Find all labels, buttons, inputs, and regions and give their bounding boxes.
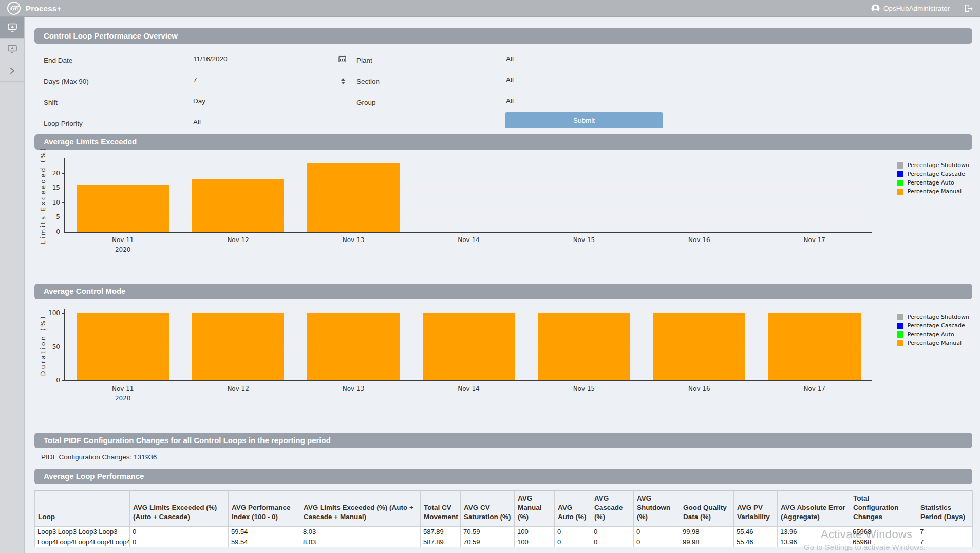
y-tick-label: 50 <box>45 343 60 351</box>
value-cell: 8.03 <box>300 526 421 537</box>
user-menu[interactable]: OpsHubAdministrator <box>871 4 973 13</box>
loop-priority-value: All <box>193 118 201 126</box>
bar-slot: Nov 15 <box>526 158 642 232</box>
y-tick-mark <box>62 347 65 347</box>
sidebar-item-reports[interactable] <box>0 39 24 60</box>
y-tick-mark <box>62 202 65 203</box>
value-cell: 100 <box>515 537 555 547</box>
y-tick-label: 0 <box>45 228 60 235</box>
shift-value: Day <box>193 97 205 105</box>
column-header: AVG Manual (%) <box>515 491 555 527</box>
value-cell: 587.89 <box>421 537 461 547</box>
column-header: Total CV Movement <box>421 491 461 527</box>
bar-slot: Nov 13 <box>296 309 411 380</box>
bars-area: Nov 112020Nov 12Nov 13Nov 14Nov 15Nov 16… <box>65 309 872 380</box>
plot-area: 05101520Nov 112020Nov 12Nov 13Nov 14Nov … <box>64 158 872 233</box>
bar-slot: Nov 14 <box>411 309 526 380</box>
bar-percentage-manual <box>192 313 285 380</box>
column-header: Total Configuration Changes <box>850 491 917 527</box>
days-input[interactable]: 7 <box>192 76 347 86</box>
value-cell: 55.46 <box>734 537 778 547</box>
value-cell: 0 <box>591 537 634 547</box>
legend-label: Percentage Cascade <box>908 171 965 177</box>
app-title: Process+ <box>26 4 62 13</box>
bar-slot: Nov 15 <box>526 309 642 380</box>
legend-swatch <box>897 331 903 338</box>
x-tick-label: Nov 17 <box>757 235 872 245</box>
days-stepper[interactable] <box>341 78 345 84</box>
filter-form: End Date 11/16/2020 <box>34 44 972 132</box>
y-tick-label: 5 <box>45 213 60 220</box>
value-cell: 0 <box>591 526 634 537</box>
y-tick-mark <box>62 173 65 174</box>
y-tick-mark <box>62 217 65 217</box>
legend-entry: Percentage Cascade <box>897 171 969 177</box>
end-date-value: 11/16/2020 <box>193 55 228 63</box>
sidebar-expand-toggle[interactable] <box>0 60 24 82</box>
end-date-input[interactable]: 11/16/2020 <box>192 55 347 65</box>
shift-label: Shift <box>44 99 192 107</box>
table-header-row: LoopAVG Limits Exceeded (%) (Auto + Casc… <box>35 491 973 527</box>
loop-priority-input[interactable]: All <box>192 118 347 128</box>
value-cell: 65968 <box>850 537 917 547</box>
logout-button[interactable] <box>964 4 973 12</box>
x-tick-label: Nov 12 <box>180 384 295 394</box>
limits-exceeded-section-header: Average Limits Exceeded <box>34 134 972 150</box>
value-cell: 99.98 <box>680 526 734 537</box>
top-bar: GE Process+ OpsHubAdministrator <box>0 0 980 17</box>
section-input[interactable]: All <box>505 76 660 86</box>
column-header: Statistics Period (Days) <box>917 491 973 527</box>
column-header: Loop <box>35 491 130 527</box>
value-cell: 587.89 <box>421 526 461 537</box>
bar-slot: Nov 16 <box>642 309 757 380</box>
chart-legend: Percentage ShutdownPercentage CascadePer… <box>897 314 969 348</box>
legend-label: Percentage Cascade <box>908 322 965 329</box>
bar-percentage-manual <box>307 313 400 380</box>
x-tick-label: Nov 112020 <box>65 384 180 403</box>
legend-entry: Percentage Manual <box>897 188 969 195</box>
x-tick-label: Nov 112020 <box>65 235 180 254</box>
group-input[interactable]: All <box>505 97 660 107</box>
bar-percentage-manual <box>423 313 515 380</box>
x-tick-label: Nov 14 <box>411 235 526 245</box>
sidebar-item-dashboard-active[interactable] <box>0 17 24 39</box>
legend-label: Percentage Manual <box>908 340 962 346</box>
shift-input[interactable]: Day <box>192 97 347 107</box>
bar-percentage-manual <box>538 313 630 380</box>
submit-button[interactable]: Submit <box>505 112 663 128</box>
x-tick-label: Nov 12 <box>180 235 295 245</box>
value-cell: 0 <box>130 526 229 537</box>
column-header: AVG Performance Index (100 - 0) <box>229 491 300 527</box>
pidf-changes-label: PIDF Configuration Changes: <box>41 453 134 461</box>
y-tick-mark <box>62 313 65 314</box>
value-cell: 59.54 <box>229 526 300 537</box>
plant-label: Plant <box>356 57 505 65</box>
y-tick-label: 100 <box>45 309 60 317</box>
bar-slot: Nov 14 <box>411 158 526 232</box>
loop-priority-label: Loop Priority <box>44 120 192 128</box>
bars-area: Nov 112020Nov 12Nov 13Nov 14Nov 15Nov 16… <box>65 158 872 232</box>
group-value: All <box>506 97 514 105</box>
column-header: Good Quality Data (%) <box>680 491 734 527</box>
value-cell: 13.96 <box>778 537 850 547</box>
legend-swatch <box>897 189 903 195</box>
plot-area: 050100Nov 112020Nov 12Nov 13Nov 14Nov 15… <box>64 309 872 381</box>
bar-slot: Nov 16 <box>642 158 757 232</box>
monitor-dashboard-icon <box>7 23 17 32</box>
plant-input[interactable]: All <box>505 55 660 65</box>
loop-name-cell: Loop4Loop4Loop4Loop4Loop4 <box>35 537 130 547</box>
column-header: AVG Limits Exceeded (%) (Auto + Cascade) <box>130 491 229 527</box>
bar-slot: Nov 17 <box>757 158 872 232</box>
value-cell: 59.54 <box>229 537 300 547</box>
value-cell: 13.96 <box>778 526 850 537</box>
calendar-icon[interactable] <box>338 55 346 64</box>
legend-entry: Percentage Shutdown <box>897 162 969 169</box>
column-header: AVG Limits Exceeded (%) (Auto + Cascade … <box>300 491 421 527</box>
table-row: Loop4Loop4Loop4Loop4Loop4059.548.03587.8… <box>35 537 973 547</box>
y-tick-label: 0 <box>45 377 60 384</box>
y-tick-label: 10 <box>45 199 60 206</box>
chevron-right-icon <box>9 67 16 75</box>
legend-swatch <box>897 162 903 169</box>
column-header: AVG Absolute Error (Aggregate) <box>778 491 850 527</box>
y-tick-label: 15 <box>45 184 60 191</box>
